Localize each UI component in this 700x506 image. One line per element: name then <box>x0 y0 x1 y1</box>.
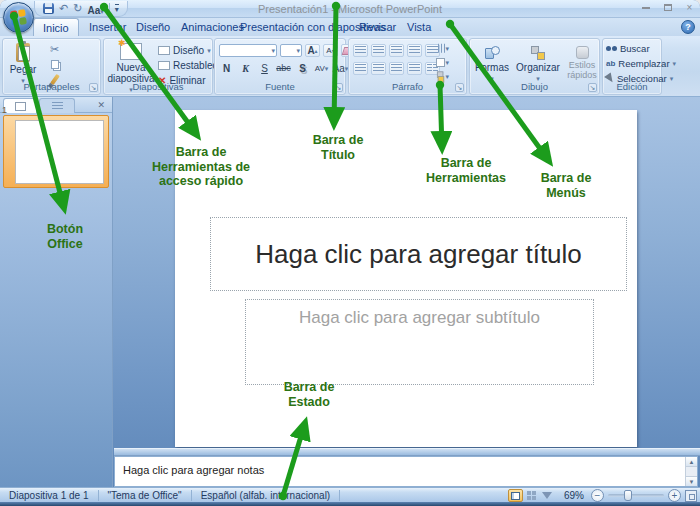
character-spacing-button[interactable]: AV▾ <box>314 62 329 75</box>
window-title: Presentación1 - Microsoft PowerPoint <box>0 3 700 15</box>
change-case-button[interactable]: Aa▾ <box>333 62 348 75</box>
reset-icon <box>158 61 170 70</box>
copy-button[interactable] <box>47 58 62 71</box>
slide-thumbnail[interactable] <box>3 115 109 188</box>
font-size-combo[interactable] <box>280 44 302 57</box>
close-button[interactable]: × <box>683 2 696 13</box>
status-bar-right: 69% − + <box>508 488 697 503</box>
tab-vista[interactable]: Vista <box>398 18 440 36</box>
slide-canvas[interactable]: Haga clic para agregar título Haga clic … <box>175 110 637 447</box>
change-case-label: Aa <box>333 64 345 74</box>
slide-sorter-icon <box>527 491 531 495</box>
justify-button[interactable] <box>407 62 422 75</box>
normal-view-button[interactable] <box>508 489 523 502</box>
ribbon-tab-bar: Inicio Insertar Diseño Animaciones Prese… <box>0 18 700 36</box>
replace-button[interactable]: abReemplazar▾ <box>606 57 676 70</box>
replace-icon: ab <box>606 60 615 68</box>
group-clipboard: Pegar ▾ ✂ Portapapeles ↘ <box>2 38 101 95</box>
font-dialog-launcher[interactable]: ↘ <box>334 83 343 92</box>
bold-button[interactable]: N <box>219 62 234 75</box>
fit-to-window-button[interactable] <box>685 490 697 502</box>
workspace: ✕ 1 Haga clic para agregar título Haga c… <box>0 97 700 487</box>
find-button[interactable]: Buscar <box>606 42 676 55</box>
scroll-up-icon[interactable]: ▲ <box>686 457 697 467</box>
group-font: A▴ A▾ N K S abc S AV▾ Aa▾ A▾ Fuente ↘ <box>214 38 346 95</box>
shrink-font-button[interactable]: A▾ <box>323 44 338 57</box>
theme-indicator[interactable]: "Tema de Office" <box>99 490 192 501</box>
drawing-dialog-launcher[interactable]: ↘ <box>588 83 597 92</box>
columns-icon <box>427 64 432 73</box>
zoom-slider-thumb[interactable] <box>624 490 632 501</box>
italic-button[interactable]: K <box>238 62 253 75</box>
help-button[interactable]: ? <box>681 20 695 34</box>
notes-pane[interactable]: Haga clic para agregar notas ▲ ▼ <box>114 456 698 487</box>
quick-styles-icon <box>576 46 589 59</box>
minimize-icon <box>642 6 650 9</box>
notes-scrollbar[interactable]: ▲ ▼ <box>685 457 697 486</box>
scroll-down-icon[interactable]: ▼ <box>686 476 697 486</box>
status-bar: Diapositiva 1 de 1 "Tema de Office" Espa… <box>0 487 700 502</box>
strikethrough-button[interactable]: abc <box>276 62 291 75</box>
bullets-button[interactable] <box>353 44 368 57</box>
window-controls: × <box>639 2 696 13</box>
quick-styles-button[interactable]: Estilos rápidos <box>564 45 600 82</box>
group-editing: Buscar abReemplazar▾ Seleccionar▾ Edició… <box>602 38 662 95</box>
binoculars-icon <box>606 46 611 51</box>
office-button[interactable] <box>3 2 34 33</box>
tab-inicio[interactable]: Inicio <box>33 18 79 36</box>
minimize-button[interactable] <box>639 2 652 13</box>
layout-label: Diseño <box>173 45 204 56</box>
paragraph-row2 <box>353 62 440 75</box>
subtitle-placeholder[interactable]: Haga clic para agregar subtítulo <box>245 299 594 385</box>
group-drawing: Formas ▾ Organizar ▾ Estilos rápidos Dib… <box>469 38 600 95</box>
paragraph-dialog-launcher[interactable]: ↘ <box>455 83 464 92</box>
title-bar[interactable]: ↶ ↻ Aa▾ ▾ Presentación1 - Microsoft Powe… <box>0 0 700 18</box>
zoom-level[interactable]: 69% <box>564 490 584 501</box>
underline-button[interactable]: S <box>257 62 272 75</box>
down-arrow-icon: ▾ <box>332 47 335 54</box>
align-text-button[interactable]: ▾ <box>435 56 450 69</box>
zoom-in-button[interactable]: + <box>668 489 681 502</box>
zoom-out-button[interactable]: − <box>591 489 604 502</box>
outdent-icon <box>391 46 402 55</box>
paste-button[interactable]: Pegar ▾ <box>7 42 39 85</box>
slide-indicator[interactable]: Diapositiva 1 de 1 <box>0 490 99 501</box>
title-placeholder[interactable]: Haga clic para agregar título <box>210 217 627 291</box>
close-panel-icon[interactable]: ✕ <box>97 100 105 110</box>
increase-indent-button[interactable] <box>407 44 422 57</box>
chevron-down-icon: ▾ <box>445 59 449 66</box>
decrease-indent-button[interactable] <box>389 44 404 57</box>
group-label-paragraph: Párrafo <box>349 81 466 93</box>
normal-view-icon <box>511 492 520 500</box>
justify-icon <box>409 64 420 73</box>
shapes-button[interactable]: Formas ▾ <box>474 45 510 83</box>
text-direction-button[interactable]: ▾ <box>435 42 450 55</box>
indent-icon <box>409 46 420 55</box>
align-left-button[interactable] <box>353 62 368 75</box>
clipboard-dialog-launcher[interactable]: ↘ <box>89 83 98 92</box>
slide-sorter-button[interactable] <box>524 489 539 502</box>
grow-font-label: A <box>307 46 314 56</box>
font-row2: N K S abc S AV▾ Aa▾ A▾ <box>219 62 367 75</box>
align-right-button[interactable] <box>389 62 404 75</box>
cut-button[interactable]: ✂ <box>47 43 62 56</box>
maximize-button[interactable] <box>661 2 674 13</box>
arrange-button[interactable]: Organizar ▾ <box>512 45 564 83</box>
font-name-combo[interactable] <box>219 44 277 57</box>
slides-thumbnails-tab[interactable] <box>3 98 37 113</box>
chevron-down-icon: ▾ <box>670 75 674 82</box>
outline-tab[interactable] <box>39 98 75 113</box>
zoom-slider[interactable] <box>608 494 664 497</box>
slideshow-button[interactable] <box>540 489 555 502</box>
notes-splitter[interactable] <box>114 448 700 456</box>
align-left-icon <box>355 64 366 73</box>
group-label-editing: Edición <box>603 81 661 93</box>
numbering-button[interactable] <box>371 44 386 57</box>
tab-revisar[interactable]: Revisar <box>350 18 405 36</box>
align-center-button[interactable] <box>371 62 386 75</box>
slide-thumbnail-icon <box>15 102 26 111</box>
slideshow-icon <box>542 492 552 499</box>
language-indicator[interactable]: Español (alfab. internacional) <box>192 490 341 501</box>
shadow-button[interactable]: S <box>295 62 310 75</box>
grow-font-button[interactable]: A▴ <box>305 44 320 57</box>
